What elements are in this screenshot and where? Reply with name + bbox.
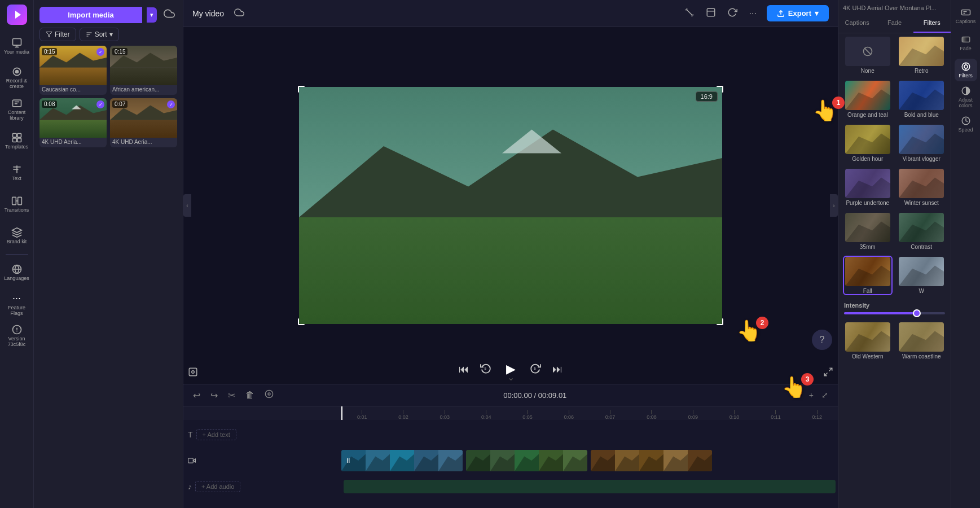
- sidebar-item-feature-flags[interactable]: ··· Feature Flags: [2, 290, 32, 319]
- sidebar-item-content-library[interactable]: Content library: [2, 95, 32, 124]
- filter-purple-undertone[interactable]: Purple undertone: [843, 168, 893, 207]
- tab-filters[interactable]: Filters: [913, 14, 951, 33]
- filter-contrast[interactable]: Contrast: [897, 212, 947, 251]
- timeline-playhead[interactable]: [341, 406, 342, 420]
- media-label-4k1: 4K UHD Aeria...: [39, 138, 107, 147]
- import-media-arrow-button[interactable]: ▾: [147, 7, 157, 23]
- fastforward-button[interactable]: ⏭: [550, 361, 565, 378]
- sidebar-item-brand-kit[interactable]: Brand kit: [2, 221, 32, 251]
- crop-button[interactable]: [681, 5, 698, 22]
- speed-sidebar-button[interactable]: Speed: [955, 113, 977, 135]
- video-clip-2[interactable]: [466, 450, 587, 471]
- project-name: My video: [192, 9, 224, 18]
- timeline-zoom-controls: − + ⤢: [794, 389, 831, 401]
- sidebar-item-transitions[interactable]: Transitions: [2, 190, 32, 219]
- svg-rect-12: [17, 138, 21, 142]
- filter-winter-sunset[interactable]: Winter sunset: [897, 168, 947, 207]
- video-track-content[interactable]: ⏸: [341, 448, 838, 473]
- cloud-sync-button[interactable]: [161, 6, 177, 24]
- timeline-current-time: 00:00.00 / 00:09.01: [503, 391, 566, 400]
- audio-waveform: [344, 480, 836, 493]
- filter-orange-teal[interactable]: Orange and teal: [843, 80, 893, 119]
- svg-text:5: 5: [534, 366, 536, 370]
- filter-purple-label: Purple undertone: [846, 200, 889, 206]
- filter-fall-label: Fall: [863, 288, 872, 294]
- ruler-tick-1: 0:02: [383, 410, 424, 420]
- zoom-out-button[interactable]: −: [794, 389, 804, 401]
- tab-captions[interactable]: Captions: [838, 14, 876, 33]
- screenshot-button[interactable]: [188, 367, 198, 379]
- zoom-in-button[interactable]: +: [806, 389, 816, 401]
- more-options-button[interactable]: ···: [745, 6, 759, 21]
- text-track-label: T + Add text: [183, 429, 341, 440]
- export-button[interactable]: Export ▾: [767, 5, 829, 21]
- rotate-button[interactable]: [724, 5, 741, 22]
- preview-handle-tl[interactable]: [298, 86, 305, 93]
- sidebar-item-record-create[interactable]: Record & create: [2, 63, 32, 93]
- sidebar-item-version[interactable]: Version 73c5f8c: [2, 321, 32, 351]
- media-thumb-4k1[interactable]: 0:08 ✓ 4K UHD Aeria...: [39, 98, 107, 147]
- cloud-save-button[interactable]: [231, 5, 248, 22]
- text-track-row: T + Add text: [183, 422, 838, 447]
- fade-sidebar-button[interactable]: Fade: [955, 32, 977, 54]
- fullscreen-button[interactable]: [823, 367, 833, 379]
- adjust-colors-sidebar-button[interactable]: Adjust colors: [955, 86, 977, 108]
- filter-bold-blue[interactable]: Bold and blue: [897, 80, 947, 119]
- media-thumb-caucasian[interactable]: 0:15 ✓ Caucasian co...: [39, 46, 107, 95]
- filter-old-western[interactable]: Old Western: [843, 321, 893, 361]
- filter-retro[interactable]: Retro: [897, 36, 947, 75]
- cut-button[interactable]: ✂: [225, 388, 238, 402]
- media-thumb-african[interactable]: 0:15 African american...: [110, 46, 177, 95]
- filter-w[interactable]: W: [897, 256, 947, 295]
- add-text-button[interactable]: + Add text: [196, 429, 236, 440]
- save-timeline-button[interactable]: [262, 388, 276, 402]
- redo-button[interactable]: ↪: [208, 388, 221, 402]
- sort-button[interactable]: Sort ▾: [80, 28, 119, 41]
- main-area: My video ··· Export ▾ ‹: [183, 0, 838, 508]
- filters-sidebar-button[interactable]: Filters: [955, 59, 977, 81]
- sidebar-item-text[interactable]: Text: [2, 158, 32, 187]
- media-duration-african: 0:15: [112, 48, 128, 55]
- right-panel: 4K UHD Aerial Over Montana Pl... Caption…: [838, 0, 951, 508]
- captions-sidebar-button[interactable]: Captions: [955, 5, 977, 27]
- preview-handle-tr[interactable]: [717, 86, 723, 93]
- app-logo[interactable]: [7, 5, 27, 25]
- filter-button[interactable]: Filter: [39, 28, 76, 41]
- media-panel: Import media ▾ Filter Sort ▾ 0:15 ✓ Cauc…: [34, 0, 183, 508]
- trim-button[interactable]: [702, 5, 719, 22]
- rewind-button[interactable]: ⏮: [456, 361, 471, 378]
- intensity-thumb[interactable]: [913, 309, 921, 317]
- help-button[interactable]: ?: [812, 330, 832, 350]
- forward5-button[interactable]: 5: [528, 360, 543, 379]
- tab-fade[interactable]: Fade: [876, 14, 913, 33]
- expand-right-panel-button[interactable]: ›: [830, 194, 838, 217]
- filter-fall[interactable]: Fall: [843, 256, 893, 295]
- media-check-4k1: ✓: [96, 100, 104, 108]
- filter-golden-hour[interactable]: Golden hour: [843, 124, 893, 163]
- delete-button[interactable]: 🗑: [243, 388, 257, 402]
- sidebar-item-your-media[interactable]: Your media: [2, 32, 32, 61]
- video-clip-3[interactable]: [591, 450, 712, 471]
- undo-button[interactable]: ↩: [190, 388, 203, 402]
- filter-35mm[interactable]: 35mm: [843, 212, 893, 251]
- preview-handle-br[interactable]: [717, 318, 723, 325]
- sidebar-item-templates[interactable]: Templates: [2, 126, 32, 156]
- sidebar-item-languages[interactable]: Languages: [2, 258, 32, 287]
- ruler-tick-0: 0:01: [341, 410, 383, 420]
- collapse-panel-button[interactable]: ‹: [183, 194, 191, 217]
- back5-button[interactable]: 5: [478, 360, 494, 379]
- import-media-button[interactable]: Import media: [39, 7, 142, 23]
- filter-bold-blue-label: Bold and blue: [904, 112, 939, 118]
- video-clip-1[interactable]: ⏸: [341, 450, 463, 471]
- media-thumb-4k2[interactable]: 0:07 ✓ 4K UHD Aeria...: [110, 98, 177, 147]
- timeline-expand-button[interactable]: ⤢: [819, 389, 831, 401]
- intensity-slider[interactable]: [844, 312, 945, 314]
- add-audio-button[interactable]: + Add audio: [195, 481, 240, 492]
- sidebar-item-transitions-label: Transitions: [5, 208, 29, 213]
- filter-vibrant-vlogger[interactable]: Vibrant vlogger: [897, 124, 947, 163]
- ruler-tick-5: 0:06: [548, 410, 590, 420]
- filter-warm-coastline[interactable]: Warm coastline: [897, 321, 947, 361]
- ruler-tick-11: 0:12: [797, 410, 838, 420]
- preview-handle-bl[interactable]: [298, 318, 305, 325]
- filter-none[interactable]: None: [843, 36, 893, 75]
